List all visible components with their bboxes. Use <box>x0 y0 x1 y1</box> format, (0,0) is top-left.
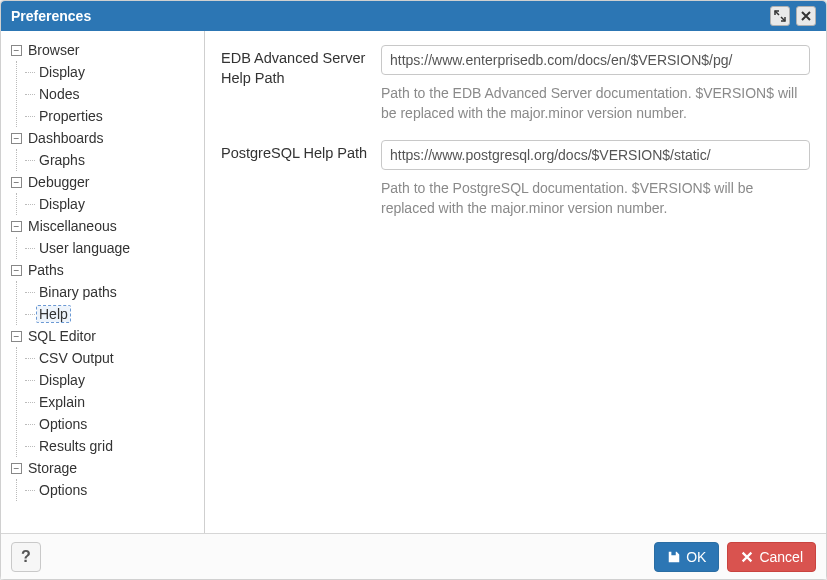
tree-item-label: Options <box>37 416 89 432</box>
maximize-button[interactable] <box>770 6 790 26</box>
tree-item[interactable]: Display <box>25 61 198 83</box>
dialog-body: −BrowserDisplayNodesProperties−Dashboard… <box>1 31 826 533</box>
dialog-footer: ? OK Cancel <box>1 533 826 579</box>
help-button[interactable]: ? <box>11 542 41 572</box>
tree-item-label: User language <box>37 240 132 256</box>
tree-group-label: Dashboards <box>26 130 106 146</box>
tree-group-label: Storage <box>26 460 79 476</box>
tree-item[interactable]: Nodes <box>25 83 198 105</box>
tree-item[interactable]: User language <box>25 237 198 259</box>
tree-group-label: Browser <box>26 42 81 58</box>
collapse-icon[interactable]: − <box>11 45 22 56</box>
tree-group-label: SQL Editor <box>26 328 98 344</box>
tree-group[interactable]: −SQL Editor <box>11 325 198 347</box>
tree-item-label: Results grid <box>37 438 115 454</box>
tree-group[interactable]: −Browser <box>11 39 198 61</box>
tree-item-label: Explain <box>37 394 87 410</box>
window-title: Preferences <box>11 1 770 31</box>
preferences-window: Preferences −BrowserDisplayNodesProperti… <box>0 0 827 580</box>
collapse-icon[interactable]: − <box>11 133 22 144</box>
tree-group-label: Miscellaneous <box>26 218 119 234</box>
field-help-text: Path to the PostgreSQL documentation. $V… <box>381 178 810 219</box>
tree-item-label: Graphs <box>37 152 87 168</box>
tree-group[interactable]: −Paths <box>11 259 198 281</box>
tree-item-label: Help <box>37 306 70 322</box>
help-path-input[interactable] <box>381 140 810 170</box>
ok-button[interactable]: OK <box>654 542 719 572</box>
tree-item-label: CSV Output <box>37 350 116 366</box>
cancel-icon <box>740 550 754 564</box>
tree-item[interactable]: Graphs <box>25 149 198 171</box>
tree-item[interactable]: Display <box>25 369 198 391</box>
tree-item-label: Binary paths <box>37 284 119 300</box>
tree-item[interactable]: Help <box>25 303 198 325</box>
preferences-content: EDB Advanced Server Help PathPath to the… <box>205 31 826 533</box>
close-icon <box>800 10 812 22</box>
field-help-text: Path to the EDB Advanced Server document… <box>381 83 810 124</box>
save-icon <box>667 550 681 564</box>
collapse-icon[interactable]: − <box>11 463 22 474</box>
tree-group-label: Paths <box>26 262 66 278</box>
ok-button-label: OK <box>686 549 706 565</box>
preferences-tree[interactable]: −BrowserDisplayNodesProperties−Dashboard… <box>1 31 205 533</box>
tree-item[interactable]: Options <box>25 479 198 501</box>
form-row: PostgreSQL Help PathPath to the PostgreS… <box>221 140 810 219</box>
tree-group[interactable]: −Debugger <box>11 171 198 193</box>
tree-item[interactable]: CSV Output <box>25 347 198 369</box>
tree-item[interactable]: Options <box>25 413 198 435</box>
cancel-button[interactable]: Cancel <box>727 542 816 572</box>
tree-item-label: Display <box>37 64 87 80</box>
tree-item-label: Nodes <box>37 86 81 102</box>
field-label: PostgreSQL Help Path <box>221 140 371 164</box>
collapse-icon[interactable]: − <box>11 221 22 232</box>
cancel-button-label: Cancel <box>759 549 803 565</box>
tree-item-label: Options <box>37 482 89 498</box>
tree-group-label: Debugger <box>26 174 92 190</box>
tree-group[interactable]: −Dashboards <box>11 127 198 149</box>
field-label: EDB Advanced Server Help Path <box>221 45 371 88</box>
tree-group[interactable]: −Miscellaneous <box>11 215 198 237</box>
title-controls <box>770 6 816 26</box>
collapse-icon[interactable]: − <box>11 177 22 188</box>
collapse-icon[interactable]: − <box>11 331 22 342</box>
collapse-icon[interactable]: − <box>11 265 22 276</box>
tree-item-label: Properties <box>37 108 105 124</box>
tree-item-label: Display <box>37 372 87 388</box>
close-button[interactable] <box>796 6 816 26</box>
tree-item[interactable]: Properties <box>25 105 198 127</box>
titlebar: Preferences <box>1 1 826 31</box>
help-path-input[interactable] <box>381 45 810 75</box>
tree-item[interactable]: Binary paths <box>25 281 198 303</box>
expand-icon <box>774 10 786 22</box>
form-row: EDB Advanced Server Help PathPath to the… <box>221 45 810 124</box>
tree-item[interactable]: Explain <box>25 391 198 413</box>
tree-item[interactable]: Display <box>25 193 198 215</box>
tree-group[interactable]: −Storage <box>11 457 198 479</box>
tree-item-label: Display <box>37 196 87 212</box>
tree-item[interactable]: Results grid <box>25 435 198 457</box>
